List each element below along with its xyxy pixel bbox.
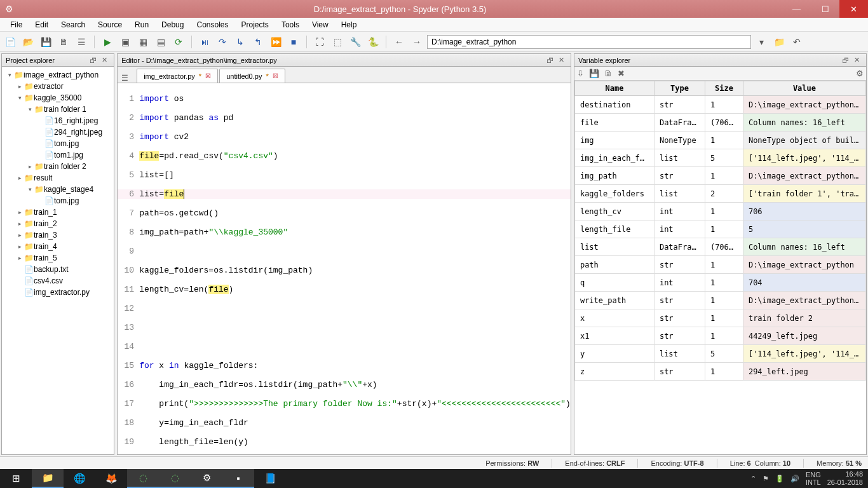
- variable-row[interactable]: kaggle_folderslist2['train folder 1', 't…: [574, 185, 865, 203]
- step-out-icon[interactable]: ↰: [250, 34, 266, 50]
- taskbar-terminal-icon[interactable]: ▪: [222, 469, 254, 488]
- variable-row[interactable]: length_cvint1706: [574, 203, 865, 220]
- browse-folder-icon[interactable]: 📁: [771, 34, 787, 50]
- variable-row[interactable]: img_in_each_fldrlist5['114_left.jpeg', '…: [574, 149, 865, 167]
- working-dir-input[interactable]: [427, 35, 751, 49]
- tree-row[interactable]: ▾📁train folder 1: [2, 104, 114, 115]
- forward-icon[interactable]: →: [409, 34, 424, 50]
- menu-run[interactable]: Run: [128, 19, 155, 30]
- tree-row[interactable]: ▸📁train_4: [2, 241, 114, 252]
- menu-edit[interactable]: Edit: [29, 19, 55, 30]
- start-button[interactable]: ⊞: [0, 469, 32, 488]
- tab-img-extractor[interactable]: img_extractor.py*☒: [137, 69, 218, 83]
- run-icon[interactable]: ▶: [100, 34, 115, 50]
- variable-row[interactable]: img_pathstr1D:\image_extract_python\kagg…: [574, 167, 865, 185]
- taskbar-firefox-icon[interactable]: 🦊: [95, 469, 127, 488]
- maximize-button[interactable]: ☐: [811, 0, 839, 18]
- tree-row[interactable]: ▸📁train_5: [2, 252, 114, 264]
- taskbar-spyder-icon[interactable]: ⚙: [191, 469, 222, 488]
- open-file-icon[interactable]: 📂: [20, 34, 36, 50]
- tree-row[interactable]: 📄tom1.jpg: [2, 149, 114, 161]
- menu-search[interactable]: Search: [55, 19, 92, 30]
- variable-table[interactable]: Name Type Size Value destinationstr1D:\i…: [574, 81, 866, 381]
- menu-view[interactable]: View: [306, 19, 335, 30]
- variable-row[interactable]: imgNoneType1NoneType object of builtins …: [574, 132, 865, 149]
- new-file-icon[interactable]: 📄: [3, 34, 18, 50]
- variable-row[interactable]: pathstr1D:\image_extract_python: [574, 256, 865, 274]
- col-size[interactable]: Size: [705, 81, 743, 96]
- options-icon[interactable]: ⚙: [856, 69, 864, 78]
- maximize-pane-icon[interactable]: ⛶: [312, 34, 327, 50]
- debug-step-icon[interactable]: ⏯: [197, 34, 212, 50]
- tree-row[interactable]: ▾📁image_extract_python: [2, 69, 114, 81]
- tree-row[interactable]: ▾📁kaggle_stage4: [2, 184, 114, 195]
- taskbar-notepad-icon[interactable]: 📘: [254, 469, 286, 488]
- panel-undock-icon[interactable]: 🗗: [87, 57, 99, 64]
- tab-untitled0[interactable]: untitled0.py*☒: [219, 69, 285, 83]
- import-data-icon[interactable]: ⇩: [577, 69, 584, 78]
- tree-row[interactable]: 📄img_extractor.py: [2, 287, 114, 298]
- close-icon[interactable]: ☒: [205, 72, 211, 79]
- list-icon[interactable]: ☰: [74, 34, 89, 50]
- taskbar-explorer-icon[interactable]: 📁: [32, 469, 64, 488]
- tray-action-icon[interactable]: ⚑: [763, 475, 769, 483]
- tray-up-icon[interactable]: ⌃: [750, 475, 756, 483]
- col-name[interactable]: Name: [574, 81, 654, 96]
- tree-row[interactable]: ▸📁train folder 2: [2, 161, 114, 172]
- remove-var-icon[interactable]: ✖: [618, 69, 625, 78]
- variable-row[interactable]: fileDataFrame(706, 1)Column names: 16_le…: [574, 114, 865, 132]
- tray-volume-icon[interactable]: 🔊: [790, 475, 799, 483]
- dropdown-icon[interactable]: ▾: [754, 34, 769, 50]
- tree-row[interactable]: ▸📁result: [2, 172, 114, 184]
- run-cell-advance-icon[interactable]: ▦: [135, 34, 151, 50]
- variable-row[interactable]: xstr1train folder 2: [574, 309, 865, 327]
- save-all-icon[interactable]: 🗎: [56, 34, 71, 50]
- panel-close-icon[interactable]: ✕: [99, 56, 110, 64]
- panel-close-icon[interactable]: ✕: [851, 56, 862, 64]
- tree-row[interactable]: ▸📁train_2: [2, 218, 114, 229]
- panel-undock-icon[interactable]: 🗗: [839, 57, 851, 64]
- save-data-as-icon[interactable]: 🗎: [604, 69, 613, 78]
- minimize-button[interactable]: —: [782, 0, 811, 18]
- menu-consoles[interactable]: Consoles: [190, 19, 234, 30]
- menu-file[interactable]: File: [4, 19, 29, 30]
- close-button[interactable]: ✕: [839, 0, 868, 18]
- variable-row[interactable]: ylist5['114_left.jpeg', '114_right.j…: [574, 345, 865, 363]
- run-cell-icon[interactable]: ▣: [118, 34, 133, 50]
- code-editor[interactable]: 1import os 2import pandas as pd 3import …: [118, 83, 571, 454]
- parent-dir-icon[interactable]: ↶: [789, 34, 804, 50]
- continue-icon[interactable]: ⏩: [268, 34, 283, 50]
- tree-row[interactable]: 📄tom.jpg: [2, 195, 114, 207]
- taskbar-app2-icon[interactable]: ◌: [159, 469, 191, 488]
- run-selection-icon[interactable]: ▤: [153, 34, 168, 50]
- tabs-menu-icon[interactable]: ☰: [121, 74, 128, 83]
- taskbar-app1-icon[interactable]: ◌: [127, 469, 159, 488]
- tree-row[interactable]: ▾📁kaggle_35000: [2, 92, 114, 104]
- system-tray[interactable]: ⌃ ⚑ 🔋 🔊 ENGINTL 16:48 26-01-2018: [745, 470, 868, 487]
- panel-undock-icon[interactable]: 🗗: [544, 57, 556, 64]
- tree-row[interactable]: 📄csv4.csv: [2, 275, 114, 287]
- menu-projects[interactable]: Projects: [235, 19, 275, 30]
- variable-row[interactable]: destinationstr1D:\image_extract_python\r…: [574, 96, 865, 114]
- tree-row[interactable]: ▸📁train_3: [2, 229, 114, 241]
- menu-help[interactable]: Help: [335, 19, 363, 30]
- variable-row[interactable]: length_fileint15: [574, 220, 865, 238]
- variable-row[interactable]: listDataFrame(706, 1)Column names: 16_le…: [574, 238, 865, 256]
- step-over-icon[interactable]: ↷: [215, 34, 230, 50]
- tree-row[interactable]: 📄tom.jpg: [2, 138, 114, 149]
- preferences-icon[interactable]: 🔧: [348, 34, 363, 50]
- variable-row[interactable]: write_pathstr1D:\image_extract_python\ka…: [574, 292, 865, 309]
- debug-file-icon[interactable]: ⟳: [171, 34, 186, 50]
- taskbar-clock[interactable]: 16:48 26-01-2018: [827, 470, 863, 487]
- col-type[interactable]: Type: [654, 81, 705, 96]
- fullscreen-icon[interactable]: ⬚: [330, 34, 345, 50]
- tree-row[interactable]: ▸📁extractor: [2, 81, 114, 92]
- close-icon[interactable]: ☒: [273, 72, 278, 79]
- variable-row[interactable]: qint1704: [574, 274, 865, 292]
- tree-row[interactable]: 📄16_right.jpeg: [2, 115, 114, 126]
- tree-row[interactable]: 📄backup.txt: [2, 264, 114, 275]
- menu-source[interactable]: Source: [92, 19, 128, 30]
- tray-battery-icon[interactable]: 🔋: [775, 475, 784, 483]
- save-icon[interactable]: 💾: [38, 34, 53, 50]
- panel-close-icon[interactable]: ✕: [556, 56, 567, 64]
